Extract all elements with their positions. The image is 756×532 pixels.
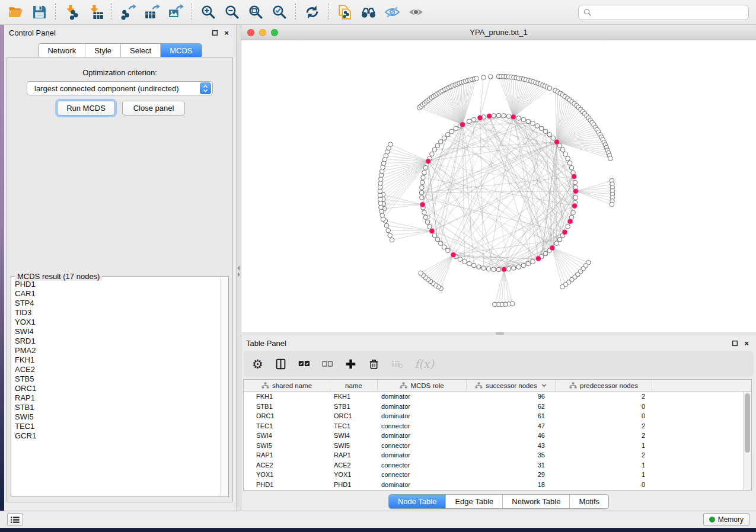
graph-node[interactable]	[454, 126, 458, 131]
graph-node[interactable]	[423, 215, 428, 220]
cell-name[interactable]: SWI4	[330, 432, 378, 439]
mcds-result-item[interactable]: TID3	[15, 308, 220, 318]
table-row[interactable]: SWI4SWI4dominator462	[244, 431, 743, 441]
graph-node[interactable]	[502, 113, 506, 118]
cell-predecessor-nodes[interactable]: 0	[556, 481, 652, 488]
cell-MCDS-role[interactable]: connector	[378, 442, 467, 449]
graph-node[interactable]	[449, 129, 454, 134]
zoom-selected-button[interactable]	[267, 2, 291, 23]
cell-MCDS-role[interactable]: connector	[378, 422, 467, 430]
graph-node[interactable]	[438, 241, 443, 246]
table-row[interactable]: FKH1FKH1dominator962	[244, 392, 743, 402]
table-row[interactable]: PHD1PHD1dominator180	[244, 480, 743, 490]
mcds-result-item[interactable]: ACE2	[15, 365, 220, 374]
graph-node[interactable]	[419, 185, 424, 190]
graph-node[interactable]	[531, 121, 535, 126]
graph-node[interactable]	[547, 86, 552, 91]
mcds-result-item[interactable]: PHD1	[15, 280, 220, 289]
graph-node[interactable]	[467, 261, 471, 266]
mcds-result-scrollbar[interactable]	[220, 277, 228, 496]
deselect-all-rows-button[interactable]	[322, 355, 333, 373]
graph-node[interactable]	[493, 302, 497, 307]
graph-node[interactable]	[557, 237, 562, 242]
graph-hub-node[interactable]	[429, 228, 435, 233]
graph-node[interactable]	[474, 76, 479, 81]
graph-node[interactable]	[554, 241, 559, 246]
graph-node[interactable]	[571, 210, 576, 215]
mcds-result-item[interactable]: CAR1	[15, 289, 220, 299]
graph-node[interactable]	[486, 267, 491, 271]
cell-predecessor-nodes[interactable]: 1	[556, 462, 652, 469]
mcds-result-item[interactable]: FKH1	[15, 355, 220, 365]
graph-node[interactable]	[489, 75, 493, 79]
graph-hub-node[interactable]	[562, 229, 567, 235]
import-table-button[interactable]	[84, 2, 107, 23]
cell-MCDS-role[interactable]: dominator	[378, 403, 467, 410]
cell-shared-name[interactable]: RAP1	[244, 451, 330, 459]
graph-hub-node[interactable]	[567, 219, 573, 224]
table-row[interactable]: TEC1TEC1connector472	[244, 421, 743, 431]
add-column-button[interactable]	[345, 355, 356, 373]
cell-MCDS-role[interactable]: dominator	[378, 412, 467, 419]
graph-node[interactable]	[428, 225, 432, 229]
cell-name[interactable]: ACE2	[330, 462, 378, 469]
graph-hub-node[interactable]	[550, 245, 555, 251]
cell-predecessor-nodes[interactable]: 0	[556, 403, 652, 410]
save-session-button[interactable]	[27, 2, 51, 23]
tab-node-table[interactable]: Node Table	[389, 495, 446, 508]
graph-node[interactable]	[506, 267, 511, 271]
graph-node[interactable]	[481, 266, 486, 271]
graph-node[interactable]	[563, 152, 568, 156]
search-box[interactable]	[578, 5, 749, 20]
graph-hub-node[interactable]	[572, 203, 577, 209]
mcds-result-item[interactable]: SWI5	[15, 412, 220, 422]
cell-successor-nodes[interactable]: 18	[467, 481, 556, 488]
graph-hub-node[interactable]	[511, 114, 516, 120]
mcds-result-item[interactable]: STB1	[15, 403, 220, 412]
tab-motifs[interactable]: Motifs	[570, 495, 608, 508]
maximize-window-icon[interactable]	[271, 29, 278, 36]
cell-successor-nodes[interactable]: 61	[467, 412, 556, 419]
cell-successor-nodes[interactable]: 47	[467, 422, 556, 430]
graph-node[interactable]	[516, 116, 521, 121]
cell-name[interactable]: PHD1	[330, 481, 378, 488]
graph-node[interactable]	[445, 132, 450, 137]
graph-node[interactable]	[496, 267, 501, 272]
graph-node[interactable]	[458, 257, 462, 262]
close-window-icon[interactable]	[247, 29, 254, 36]
graph-node[interactable]	[569, 165, 574, 170]
graph-node[interactable]	[420, 180, 425, 185]
cell-MCDS-role[interactable]: dominator	[378, 451, 467, 459]
graph-node[interactable]	[442, 245, 446, 249]
mcds-result-item[interactable]: PMA2	[15, 346, 220, 355]
tab-mcds[interactable]: MCDS	[161, 44, 201, 57]
vertical-splitter[interactable]	[237, 25, 241, 511]
close-panel-button[interactable]: Close panel	[122, 101, 185, 116]
graph-node[interactable]	[388, 142, 393, 147]
graph-node[interactable]	[435, 143, 440, 148]
zoom-out-button[interactable]	[220, 2, 244, 23]
table-row[interactable]: RAP1RAP1dominator352	[244, 450, 743, 460]
column-header-predecessor-nodes[interactable]: predecessor nodes	[556, 380, 652, 391]
cell-predecessor-nodes[interactable]: 2	[556, 451, 652, 459]
graph-node[interactable]	[384, 223, 389, 228]
graph-hub-node[interactable]	[477, 115, 483, 120]
cell-MCDS-role[interactable]: dominator	[378, 432, 467, 439]
column-header-name[interactable]: name	[330, 380, 378, 391]
graph-node[interactable]	[442, 136, 446, 140]
mcds-result-item[interactable]: ORC1	[15, 384, 220, 393]
mcds-result-item[interactable]: TEC1	[15, 422, 220, 431]
graph-node[interactable]	[422, 171, 427, 175]
graph-node[interactable]	[573, 196, 578, 200]
graph-node[interactable]	[390, 238, 394, 242]
cell-successor-nodes[interactable]: 29	[467, 471, 556, 478]
zoom-fit-button[interactable]	[244, 2, 267, 23]
mcds-result-list[interactable]: PHD1CAR1STP4TID3YOX1SWI4SRD1PMA2FKH1ACE2…	[12, 277, 220, 496]
close-panel-icon[interactable]: ×	[222, 28, 231, 37]
graph-node[interactable]	[547, 132, 552, 137]
cell-shared-name[interactable]: FKH1	[244, 393, 330, 400]
graph-node[interactable]	[543, 129, 548, 134]
float-table-panel-icon[interactable]	[730, 338, 739, 348]
graph-node[interactable]	[512, 266, 516, 271]
graph-node[interactable]	[521, 117, 526, 122]
